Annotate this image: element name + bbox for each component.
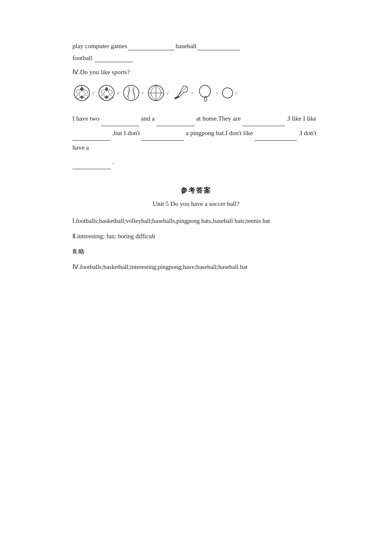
- blank7: [72, 155, 111, 169]
- soccer1-symbol: √: [92, 90, 95, 95]
- s4-text: .I like: [286, 115, 301, 122]
- section4-title: Ⅳ.Do you like sports?: [72, 68, 320, 76]
- svg-marker-11: [105, 87, 108, 91]
- answer-line-4: Ⅳ.footballs;basketball;interesting;pingp…: [72, 261, 320, 272]
- s5-text-like: I like: [303, 115, 316, 122]
- baseball-icon: [122, 84, 141, 102]
- answer4-text: .footballs;basketball;interesting;pingpo…: [78, 263, 248, 270]
- s1-text: I have two: [72, 115, 99, 122]
- bat-symbol: ×: [191, 90, 193, 95]
- svg-marker-13: [101, 90, 105, 94]
- answer2-text: .interesting; fun; boring difficult: [75, 233, 155, 240]
- answer-title: 参考答案: [72, 186, 320, 195]
- answer3-text: .略: [77, 248, 85, 255]
- paddle-icon: [196, 84, 215, 102]
- sport-circle: √: [221, 87, 237, 99]
- svg-point-34: [222, 88, 233, 98]
- baseball-symbol: ×: [141, 90, 144, 95]
- circle-icon: [221, 87, 234, 99]
- soccer1-icon: [72, 84, 91, 102]
- text-play-computer-games: play computer games: [72, 43, 127, 50]
- sport-soccer2: √: [97, 84, 119, 102]
- soccer2-icon: [97, 84, 116, 102]
- s2-text: and a: [141, 115, 155, 122]
- answer-line-3: Ⅲ.略: [72, 246, 320, 257]
- sports-row: √ √ ×: [72, 84, 320, 102]
- blank-after-baseball: [197, 43, 240, 50]
- blank2: [156, 112, 195, 126]
- answer4-num: Ⅳ: [72, 263, 78, 270]
- sport-paddle: ×: [196, 84, 219, 102]
- svg-marker-16: [105, 95, 108, 99]
- s3-text: at home.They are: [196, 115, 241, 122]
- blank6: [254, 126, 297, 141]
- line2-text: football: [72, 55, 320, 62]
- svg-marker-2: [84, 90, 88, 94]
- svg-point-17: [124, 85, 139, 101]
- sport-basketball: √: [147, 84, 169, 102]
- sentences-paragraph: I have two and a at home.They are .I lik…: [72, 112, 320, 169]
- text-football: football: [72, 55, 92, 61]
- svg-marker-12: [108, 90, 112, 94]
- line1-text: play computer games baseball: [72, 43, 320, 50]
- soccer2-symbol: √: [117, 90, 119, 95]
- unit-title: Unit 5 Do you have a soccer ball?: [72, 200, 320, 208]
- svg-point-32: [199, 85, 210, 97]
- answer-section: 参考答案 Unit 5 Do you have a soccer ball? Ⅰ…: [72, 186, 320, 272]
- basketball-symbol: √: [166, 90, 169, 95]
- circle-symbol: √: [235, 90, 237, 95]
- blank-after-football: [95, 55, 133, 62]
- answer1-text: .footballs;basketball;volleyball;basebal…: [74, 217, 270, 224]
- svg-marker-6: [80, 95, 84, 99]
- blank-after-computer-games: [128, 43, 175, 50]
- s8-text: .: [112, 158, 114, 165]
- paddle-symbol: ×: [216, 90, 219, 95]
- svg-line-23: [133, 91, 135, 91]
- s6-text: a pingpong bat.I don't like: [186, 130, 253, 136]
- sport-bat: ×: [171, 84, 193, 102]
- svg-marker-1: [80, 87, 84, 91]
- sport-baseball: ×: [122, 84, 144, 102]
- svg-line-19: [128, 91, 129, 91]
- answer-line-1: Ⅰ.footballs;basketball;volleyball;baseba…: [72, 215, 320, 226]
- bat-icon: [171, 84, 190, 102]
- text-baseball: baseball: [176, 43, 196, 50]
- sport-soccer1: √: [72, 84, 95, 102]
- blank4: [72, 126, 111, 141]
- svg-marker-3: [77, 90, 80, 94]
- answer2-num: Ⅱ: [72, 233, 75, 240]
- answer3-num: Ⅲ: [72, 248, 77, 255]
- basketball-icon: [147, 84, 165, 102]
- blank1: [101, 112, 139, 126]
- blank3: [242, 112, 285, 126]
- answer-line-2: Ⅱ.interesting; fun; boring difficult: [72, 231, 320, 242]
- blank5: [141, 126, 184, 141]
- s5-text: ,but I don't: [112, 130, 140, 136]
